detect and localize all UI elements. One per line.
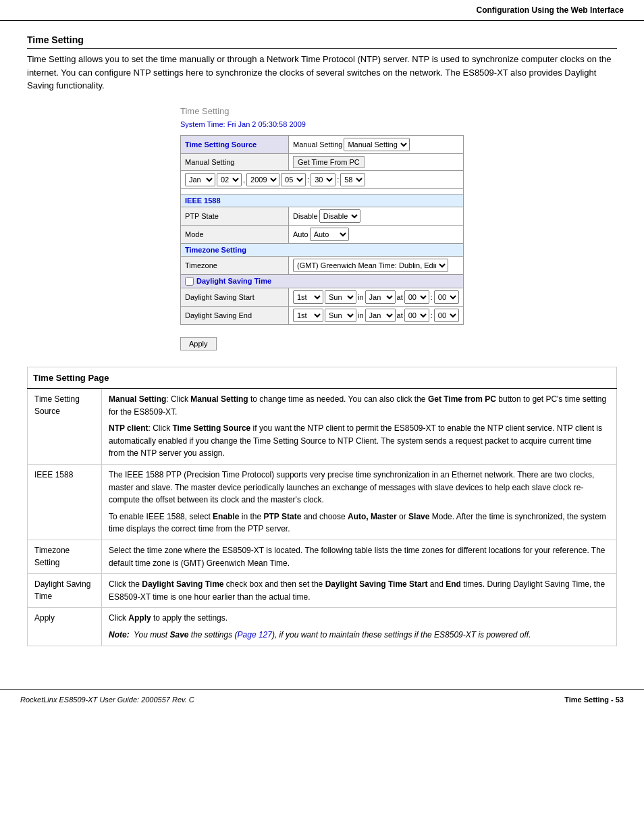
desc-row-timezone: Timezone Setting Select the time zone wh…: [28, 540, 617, 573]
mode-cell: Auto Auto Master Slave: [289, 225, 464, 243]
time-setting-source-row: Time Setting Source Manual Setting Manua…: [181, 135, 464, 153]
datetime-row: JanFebMar AprMayJun JulAugSep OctNovDec …: [181, 170, 464, 188]
dst-start-day-select[interactable]: SunMonTueWedThuFriSat: [325, 290, 356, 304]
header-title: Configuration Using the Web Interface: [477, 5, 624, 15]
dst-p1: Click the Daylight Saving Time check box…: [109, 578, 610, 603]
dst-start-row: Daylight Saving Start 1st2nd3rd4thLast S…: [181, 288, 464, 306]
ieee1588-label: IEEE 1588: [181, 194, 464, 207]
desc-name-time-setting-source: Time SettingSource: [28, 389, 102, 465]
ui-panel-title: Time Setting: [180, 106, 464, 116]
dst-end-label: Daylight Saving End: [181, 306, 289, 324]
apply-btn-container: Apply: [180, 332, 464, 350]
desc-desc-time-setting-source: Manual Setting: Click Manual Setting to …: [102, 389, 617, 465]
get-time-from-pc-button[interactable]: Get Time From PC: [293, 156, 365, 168]
dst-end-day-select[interactable]: SunMonTueWedThuFriSat: [325, 309, 356, 322]
time-setting-source-value: Manual Setting: [293, 140, 342, 149]
desc-table-header-row: Time Setting Page: [28, 367, 617, 389]
hour-select[interactable]: 05: [281, 173, 306, 186]
dst-end-cell: 1st2nd3rd4thLast SunMonTueWedThuFriSat i…: [289, 306, 464, 324]
dst-start-cell: 1st2nd3rd4thLast SunMonTueWedThuFriSat i…: [289, 288, 464, 306]
ptp-state-select[interactable]: Disable Enable: [319, 209, 360, 223]
desc-row-time-setting-source: Time SettingSource Manual Setting: Click…: [28, 389, 617, 465]
month-select[interactable]: JanFebMar AprMayJun JulAugSep OctNovDec: [185, 173, 215, 186]
dst-start-week-select[interactable]: 1st2nd3rd4thLast: [293, 290, 323, 304]
timezone-label: Timezone Setting: [181, 243, 464, 256]
ptp-state-value: Disable: [293, 212, 318, 220]
ptp-state-label: PTP State: [181, 207, 289, 225]
spacer-row: [181, 188, 464, 194]
desc-name-ieee1588: IEEE 1588: [28, 464, 102, 540]
dst-end-hour-select[interactable]: 00: [404, 309, 429, 322]
tz-p1: Select the time zone where the ES8509-XT…: [109, 544, 610, 569]
dst-end-month-select[interactable]: JanFebMarAprMayJunJulAugSepOctNovDec: [365, 309, 396, 322]
tss-p2: NTP client: Click Time Setting Source if…: [109, 422, 610, 460]
time-setting-source-cell: Manual Setting Manual Setting NTP Client: [289, 135, 464, 153]
minute-select[interactable]: 30: [311, 173, 336, 186]
dst-end-min-select[interactable]: 00: [434, 309, 459, 322]
second-select[interactable]: 58: [340, 173, 365, 186]
intro-text: Time Setting allows you to set the time …: [27, 53, 617, 93]
timezone-row: Timezone (GMT) Greenwich Mean Time: Dubl…: [181, 256, 464, 274]
ieee-p2: To enable IEEE 1588, select Enable in th…: [109, 511, 610, 536]
desc-desc-timezone: Select the time zone where the ES8509-XT…: [102, 540, 617, 573]
daylight-saving-header: Daylight Saving Time: [181, 274, 464, 288]
get-time-cell: Get Time From PC: [289, 153, 464, 170]
manual-setting-label: Manual Setting: [181, 153, 289, 170]
time-setting-source-label: Time Setting Source: [181, 135, 289, 153]
timezone-row-label: Timezone: [181, 256, 289, 274]
section-title: Time Setting: [27, 34, 617, 49]
desc-desc-daylight-saving: Click the Daylight Saving Time check box…: [102, 574, 617, 608]
desc-name-timezone: Timezone Setting: [28, 540, 102, 573]
daylight-saving-label: Daylight Saving Time: [196, 277, 271, 285]
timezone-select[interactable]: (GMT) Greenwich Mean Time: Dublin, Edinb…: [293, 259, 448, 272]
system-time: System Time: Fri Jan 2 05:30:58 2009: [180, 120, 464, 128]
desc-row-apply: Apply Click Apply to apply the settings.…: [28, 608, 617, 646]
ui-panel: Time Setting System Time: Fri Jan 2 05:3…: [180, 106, 464, 350]
desc-row-ieee1588: IEEE 1588 The IEEE 1588 PTP (Precision T…: [28, 464, 617, 540]
tss-p1: Manual Setting: Click Manual Setting to …: [109, 393, 610, 418]
dst-start-month-select[interactable]: JanFebMarAprMayJunJulAugSepOctNovDec: [365, 290, 396, 304]
desc-name-daylight-saving: Daylight SavingTime: [28, 574, 102, 608]
footer-left: RocketLinx ES8509-XT User Guide: 2000557…: [20, 696, 194, 704]
desc-desc-apply: Click Apply to apply the settings. Note:…: [102, 608, 617, 646]
page-header: Configuration Using the Web Interface: [0, 0, 644, 21]
ieee-p1: The IEEE 1588 PTP (Precision Time Protoc…: [109, 469, 610, 506]
page-footer: RocketLinx ES8509-XT User Guide: 2000557…: [0, 689, 644, 709]
manual-setting-row: Manual Setting Get Time From PC: [181, 153, 464, 170]
mode-value: Auto: [293, 230, 308, 238]
page-127-link[interactable]: Page 127: [238, 630, 272, 640]
day-select[interactable]: 02: [217, 173, 242, 186]
description-table: Time Setting Page Time SettingSource Man…: [27, 367, 617, 646]
dst-end-week-select[interactable]: 1st2nd3rd4thLast: [293, 309, 323, 322]
timezone-header-row: Timezone Setting: [181, 243, 464, 256]
system-time-label: System Time:: [180, 120, 225, 128]
timezone-cell: (GMT) Greenwich Mean Time: Dublin, Edinb…: [289, 256, 464, 274]
desc-table-header: Time Setting Page: [28, 367, 617, 389]
dst-start-min-select[interactable]: 00: [434, 290, 459, 304]
time-setting-source-select[interactable]: Manual Setting NTP Client: [344, 138, 410, 151]
dst-end-row: Daylight Saving End 1st2nd3rd4thLast Sun…: [181, 306, 464, 324]
datetime-cell: JanFebMar AprMayJun JulAugSep OctNovDec …: [181, 170, 464, 188]
daylight-saving-checkbox-label[interactable]: Daylight Saving Time: [185, 277, 459, 286]
system-time-value: Fri Jan 2 05:30:58 2009: [227, 120, 306, 128]
time-setting-ui-table: Time Setting Source Manual Setting Manua…: [180, 135, 464, 325]
dst-start-label: Daylight Saving Start: [181, 288, 289, 306]
desc-desc-ieee1588: The IEEE 1588 PTP (Precision Time Protoc…: [102, 464, 617, 540]
mode-row: Mode Auto Auto Master Slave: [181, 225, 464, 243]
apply-p1: Click Apply to apply the settings.: [109, 612, 610, 625]
footer-right: Time Setting - 53: [564, 696, 624, 704]
dst-start-hour-select[interactable]: 00: [404, 290, 429, 304]
mode-label: Mode: [181, 225, 289, 243]
mode-select[interactable]: Auto Master Slave: [310, 228, 349, 241]
apply-p2: Note: You must Save the settings (Page 1…: [109, 629, 610, 642]
daylight-saving-header-row: Daylight Saving Time: [181, 274, 464, 288]
main-content: Time Setting Time Setting allows you to …: [0, 21, 644, 676]
desc-name-apply: Apply: [28, 608, 102, 646]
daylight-saving-checkbox[interactable]: [185, 277, 194, 286]
apply-button[interactable]: Apply: [180, 337, 217, 350]
ptp-state-row: PTP State Disable Disable Enable: [181, 207, 464, 225]
year-select[interactable]: 2009: [246, 173, 279, 186]
desc-row-daylight-saving: Daylight SavingTime Click the Daylight S…: [28, 574, 617, 608]
ieee1588-header-row: IEEE 1588: [181, 194, 464, 207]
ptp-state-cell: Disable Disable Enable: [289, 207, 464, 225]
